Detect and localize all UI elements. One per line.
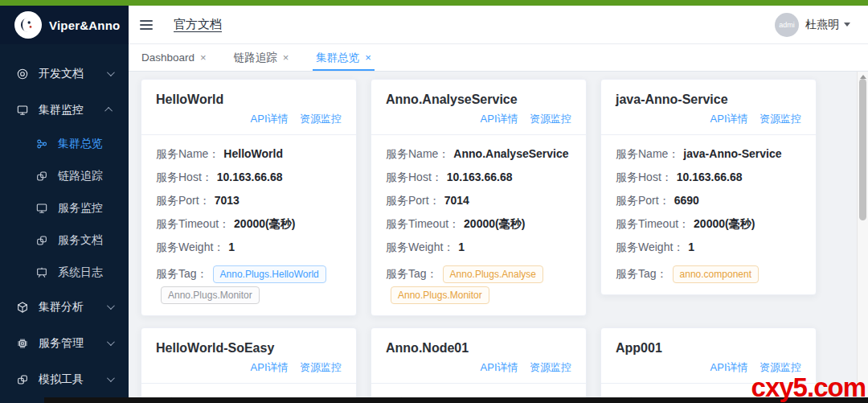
sidebar-item-cluster-overview[interactable]: 集群总览 <box>0 128 129 160</box>
service-card-body: 服务Name：Anno.AnalyseService 服务Host：10.163… <box>371 135 586 315</box>
sidebar-item-service-monitor[interactable]: 服务监控 <box>0 192 129 224</box>
service-card-title: Anno.AnalyseService <box>386 91 571 109</box>
api-detail-link[interactable]: API详情 <box>481 113 518 125</box>
service-tag-row: 服务Tag：anno.component <box>616 262 801 283</box>
sidebar-item-dev-docs[interactable]: 开发文档 <box>0 56 129 92</box>
service-tag-row: 服务Tag：Anno.Plugs.HelloWorldAnno.Plugs.Mo… <box>156 262 342 304</box>
sidebar-item-label: 集群分析 <box>39 300 84 315</box>
resource-monitor-link[interactable]: 资源监控 <box>530 361 571 373</box>
user-menu[interactable]: admi 杜燕明 <box>775 13 850 37</box>
link-icon <box>16 373 29 386</box>
api-detail-link[interactable]: API详情 <box>251 113 289 125</box>
service-field-row: 服务Timeout：20000(毫秒) <box>616 216 801 232</box>
top-green-strip <box>0 0 868 6</box>
service-card-title: HelloWorld <box>156 91 342 109</box>
compass-icon <box>16 68 29 80</box>
resource-monitor-link[interactable]: 资源监控 <box>300 361 342 373</box>
resource-monitor-link[interactable]: 资源监控 <box>760 113 801 125</box>
chevron-down-icon <box>107 374 115 382</box>
tab-label: Dashboard <box>141 51 194 64</box>
field-label: 服务Port： <box>616 194 670 207</box>
service-card-header: Anno.AnalyseService API详情 资源监控 <box>371 80 586 135</box>
scrollbar-thumb[interactable] <box>859 79 866 220</box>
sidebar-item-cluster-analysis[interactable]: 集群分析 <box>0 289 129 325</box>
sidebar-item-cluster-monitor[interactable]: 集群监控 <box>0 92 129 128</box>
service-field-row: 服务Timeout：20000(毫秒) <box>156 216 342 232</box>
service-field-row: 服务Weight：1 <box>386 239 571 255</box>
service-card-header: HelloWorld-SoEasy API详情 资源监控 <box>141 328 356 384</box>
service-card-title: App001 <box>616 339 801 357</box>
vertical-scrollbar[interactable] <box>857 72 868 403</box>
field-value: 20000(毫秒) <box>694 217 755 230</box>
api-detail-link[interactable]: API详情 <box>481 361 518 373</box>
tab-label: 链路追踪 <box>234 51 277 65</box>
field-label: 服务Name： <box>616 147 679 160</box>
sidebar-item-label: 系统日志 <box>58 265 103 280</box>
username: 杜燕明 <box>805 18 839 32</box>
sidebar-item-mock-tools[interactable]: 模拟工具 <box>0 361 129 397</box>
service-card-links: API详情 资源监控 <box>156 360 342 375</box>
field-value: java-Anno-Service <box>683 147 781 160</box>
brand-name: Viper&Anno <box>49 19 120 32</box>
field-label: 服务Tag： <box>386 267 438 280</box>
service-field-row: 服务Host：10.163.66.68 <box>386 169 571 185</box>
field-label: 服务Tag： <box>616 267 668 280</box>
sidebar-item-label: 链路追踪 <box>58 169 103 183</box>
field-value: 1 <box>458 241 465 253</box>
field-value: HelloWorld <box>223 147 283 160</box>
sidebar-item-service-docs[interactable]: 服务文档 <box>0 224 129 257</box>
service-card: java-Anno-Service API详情 资源监控 服务Name：java… <box>600 79 817 295</box>
field-label: 服务Name： <box>156 147 219 160</box>
service-field-row: 服务Port：7014 <box>386 192 571 208</box>
sidebar-item-trace[interactable]: 链路追踪 <box>0 160 129 192</box>
service-card: HelloWorld-SoEasy API详情 资源监控 服务Name：Hell… <box>141 327 357 403</box>
service-card-links: API详情 资源监控 <box>386 111 571 126</box>
tab-close-icon[interactable]: × <box>200 52 207 63</box>
tab-close-icon[interactable]: × <box>365 52 371 63</box>
resource-monitor-link[interactable]: 资源监控 <box>530 113 571 125</box>
sidebar-item-service-management[interactable]: 服务管理 <box>0 325 129 361</box>
avatar: admi <box>775 13 799 37</box>
service-card-header: HelloWorld API详情 资源监控 <box>141 80 356 135</box>
resource-monitor-link[interactable]: 资源监控 <box>300 113 342 125</box>
field-label: 服务Timeout： <box>156 217 230 230</box>
tab-cluster-overview[interactable]: 集群总览 × <box>316 44 371 71</box>
tab-close-icon[interactable]: × <box>283 52 289 63</box>
hamburger-icon[interactable] <box>140 20 153 30</box>
field-value: Anno.AnalyseService <box>453 147 568 160</box>
field-label: 服务Tag： <box>156 267 208 280</box>
bottom-window-edge <box>44 397 868 403</box>
field-label: 服务Name： <box>386 147 449 160</box>
service-card-header: java-Anno-Service API详情 资源监控 <box>601 80 816 135</box>
api-detail-link[interactable]: API详情 <box>251 361 289 373</box>
watermark-text: cxy5.com <box>751 374 866 401</box>
chevron-down-icon <box>844 23 850 27</box>
service-card-title: Anno.Node01 <box>386 339 571 357</box>
service-card-body: 服务Name：HelloWorld 服务Host：10.163.66.68 服务… <box>141 135 356 315</box>
service-card: Anno.Node01 API详情 资源监控 服务Name：Anno.Node0… <box>371 327 587 403</box>
field-value: 6690 <box>674 194 699 207</box>
tab-trace[interactable]: 链路追踪 × <box>234 44 289 71</box>
field-label: 服务Timeout： <box>386 217 460 230</box>
api-detail-link[interactable]: API详情 <box>710 113 748 125</box>
sidebar-item-label: 开发文档 <box>39 67 84 81</box>
service-field-row: 服务Name：Anno.AnalyseService <box>386 146 571 162</box>
sidebar-item-system-log[interactable]: 系统日志 <box>0 257 129 289</box>
resource-monitor-link[interactable]: 资源监控 <box>760 361 801 373</box>
chevron-down-icon <box>107 302 115 310</box>
field-label: 服务Port： <box>156 194 211 207</box>
tab-dashboard[interactable]: Dashboard × <box>141 44 207 71</box>
service-field-row: 服务Host：10.163.66.68 <box>616 169 801 185</box>
service-card: Anno.AnalyseService API详情 资源监控 服务Name：An… <box>371 79 587 316</box>
cpu-icon <box>16 337 29 350</box>
field-value: 1 <box>688 241 694 253</box>
service-card: HelloWorld API详情 资源监控 服务Name：HelloWorld … <box>141 79 357 316</box>
cluster-icon <box>35 138 48 150</box>
field-label: 服务Port： <box>386 194 440 207</box>
official-docs-link[interactable]: 官方文档 <box>174 17 222 32</box>
service-card-body: 服务Name：java-Anno-Service 服务Host：10.163.6… <box>601 135 816 294</box>
api-detail-link[interactable]: API详情 <box>710 361 748 373</box>
chevron-down-icon <box>107 68 115 76</box>
sidebar-item-label: 集群总览 <box>58 137 103 151</box>
field-label: 服务Host： <box>156 171 213 183</box>
